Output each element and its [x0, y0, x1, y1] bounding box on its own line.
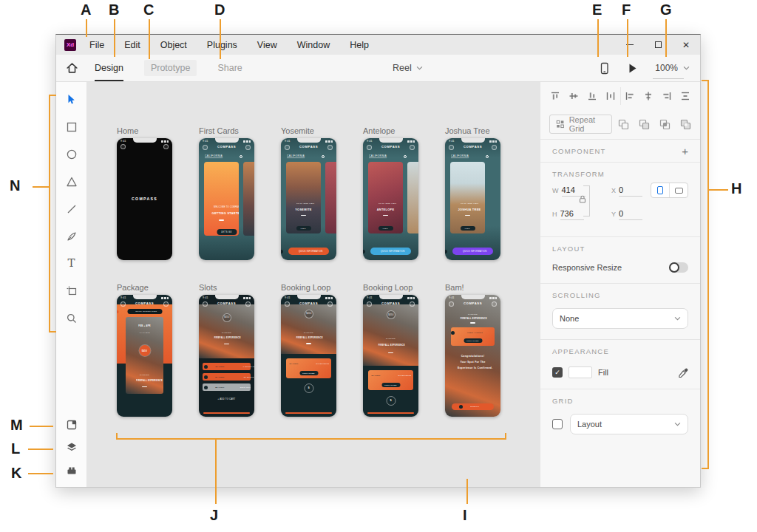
scrolling-dropdown[interactable]: None — [552, 308, 688, 329]
libraries-panel-button[interactable] — [65, 418, 78, 431]
boolean-add-button[interactable] — [618, 119, 629, 130]
artboard-label[interactable]: Package — [117, 283, 173, 292]
artboard-tool[interactable] — [65, 284, 78, 297]
slot-row[interactable]: 13 APRIL6 SPOTS LEFTBOOK NOW — [203, 363, 251, 370]
menu-file[interactable]: File — [89, 40, 104, 50]
artboard-yosemite[interactable]: 9:41COMPASSCALIFORNIAPLAN YOUR VISITYOSE… — [281, 138, 336, 260]
menu-object[interactable]: Object — [160, 40, 187, 50]
quick-info-bar[interactable]: QUICK INFORMATION — [452, 248, 493, 255]
quick-info-bar[interactable]: QUICK INFORMATION — [288, 248, 329, 255]
boolean-subtract-button[interactable] — [639, 119, 650, 130]
align-top-button[interactable] — [546, 87, 565, 105]
menu-help[interactable]: Help — [350, 40, 369, 50]
home-button[interactable] — [66, 62, 78, 74]
booking-card[interactable]: 13 APRILEXPERIENCECONFIRMED — [286, 358, 331, 378]
device-preview-icon[interactable] — [599, 62, 610, 75]
artboard-label[interactable]: Slots — [199, 283, 255, 292]
menu-plugins[interactable]: Plugins — [207, 40, 237, 50]
featured-card[interactable]: WELCOME TO COMPASSGETTING STARTED — [204, 162, 239, 236]
confirmed-button[interactable]: CONFIRMED — [299, 371, 318, 375]
menu-view[interactable]: View — [257, 40, 277, 50]
polygon-tool[interactable] — [65, 175, 78, 188]
artboard-label[interactable]: Bam! — [445, 283, 501, 292]
tab-prototype[interactable]: Prototype — [144, 60, 197, 76]
artboard-label[interactable]: Booking Loop — [363, 283, 419, 292]
artboard-label[interactable]: Joshua Tree — [445, 126, 501, 135]
confirmation-card[interactable]: APRIL | 1 SPOTCONFIRMED — [451, 327, 495, 346]
align-bottom-button[interactable] — [583, 87, 602, 105]
artboard-package[interactable]: 9:41COMPASSQUICK INFORMATIONFEB + APRAVA… — [117, 295, 172, 417]
tab-design[interactable]: Design — [95, 60, 123, 76]
park-card[interactable]: PLAN YOUR VISITJOSHUA TREEVISIT — [450, 162, 485, 233]
confirmed-button[interactable]: CONFIRMED — [464, 338, 482, 343]
y-value[interactable]: 0 — [619, 209, 642, 220]
artboard-booking-loop[interactable]: 9:41$450CAMPINGFIREFALL EXPERIENCECOMPAS… — [281, 295, 336, 417]
booking-card[interactable]: 13 APRILEXPERIENCECONFIRMED — [368, 370, 413, 390]
document-name-dropdown[interactable]: Reel — [393, 55, 423, 81]
pen-tool[interactable] — [65, 230, 78, 242]
align-right-button[interactable] — [657, 87, 676, 105]
quick-info-pill[interactable]: QUICK INFORMATION — [127, 309, 162, 314]
distribute-vertically-button[interactable] — [676, 87, 694, 105]
artboard-booking-loop[interactable]: 9:41$450CAMPINGFIREFALL EXPERIENCECOMPAS… — [363, 295, 418, 417]
visit-button[interactable]: VISIT — [461, 226, 475, 231]
boolean-exclude-button[interactable] — [680, 119, 691, 130]
artboard-label[interactable]: Antelope — [363, 126, 419, 135]
zoom-tool[interactable] — [65, 312, 78, 324]
artboard-antelope[interactable]: 9:41COMPASSCALIFORNIAPLAN YOUR VISITANTE… — [363, 138, 418, 260]
menu-window[interactable]: Window — [297, 40, 330, 50]
grid-type-dropdown[interactable]: Layout — [570, 414, 688, 434]
height-field[interactable]: H 736 — [552, 209, 584, 220]
tab-share[interactable]: Share — [217, 60, 242, 76]
repeat-grid-button[interactable]: Repeat Grid — [549, 115, 612, 134]
artboard-label[interactable]: Booking Loop — [281, 283, 337, 292]
artboard-label[interactable]: First Cards — [199, 126, 255, 135]
plugins-panel-button[interactable] — [65, 464, 78, 477]
layers-panel-button[interactable] — [65, 441, 78, 454]
responsive-resize-toggle[interactable] — [669, 262, 688, 273]
minimize-button[interactable] — [616, 35, 644, 55]
artboard-first-cards[interactable]: 9:41COMPASSCALIFORNIAWELCOME TO COMPASSG… — [199, 138, 254, 260]
quick-info-bar[interactable]: QUICK INFORMATION — [370, 248, 411, 255]
slot-row[interactable]: 24 APRIL20 SPOTS LEFTBOOK NOW — [203, 373, 251, 381]
x-field[interactable]: X 0 — [611, 185, 642, 197]
x-value[interactable]: 0 — [619, 185, 642, 197]
receipt-bar[interactable]: RECEIPT — [452, 403, 494, 410]
park-card[interactable]: PLAN YOUR VISITYOSEMITEVISIT — [286, 162, 321, 233]
canvas-pasteboard[interactable]: Home9:41COMPASSFirst Cards9:41COMPASSCAL… — [87, 82, 540, 487]
ellipse-tool[interactable] — [65, 148, 78, 160]
close-button[interactable]: ✕ — [672, 35, 700, 55]
artboard-label[interactable]: Yosemite — [281, 126, 337, 135]
align-center-horizontal-button[interactable] — [639, 87, 657, 105]
distribute-horizontally-button[interactable] — [602, 87, 620, 105]
slot-row[interactable]: 28 APRILSOLD OUTBOOK NOW — [203, 383, 251, 391]
fill-checkbox[interactable]: ✓ — [552, 367, 563, 378]
confirmed-button[interactable]: CONFIRMED — [381, 383, 400, 387]
align-middle-vertical-button[interactable] — [565, 87, 583, 105]
add-component-button[interactable]: + — [682, 145, 688, 157]
select-tool[interactable] — [65, 93, 78, 106]
visit-button[interactable]: VISIT — [378, 226, 393, 231]
maximize-button[interactable] — [644, 35, 672, 55]
boolean-intersect-button[interactable] — [659, 119, 671, 130]
grid-checkbox[interactable] — [552, 419, 563, 429]
eyedropper-icon[interactable] — [679, 368, 688, 378]
rectangle-tool[interactable] — [65, 120, 78, 133]
portrait-orientation-button[interactable] — [651, 183, 669, 197]
align-left-button[interactable] — [620, 87, 639, 105]
fill-color-swatch[interactable] — [568, 366, 592, 378]
visit-button[interactable]: VISIT — [296, 226, 311, 231]
artboard-joshua-tree[interactable]: 9:41COMPASSCALIFORNIAPLAN YOUR VISITJOSH… — [445, 138, 500, 260]
height-value[interactable]: 736 — [560, 209, 584, 220]
menu-edit[interactable]: Edit — [124, 40, 140, 50]
lock-aspect-button[interactable] — [579, 195, 586, 205]
landscape-orientation-button[interactable] — [669, 183, 688, 197]
artboard-bam-[interactable]: 9:41COMPASSCAMPINGFIREFALL EXPERIENCEAPR… — [445, 295, 500, 417]
artboard-home[interactable]: 9:41COMPASS — [117, 138, 172, 260]
play-icon[interactable] — [628, 63, 637, 74]
artboard-slots[interactable]: 9:41$450CAMPINGFIREFALL EXPERIENCECOMPAS… — [199, 295, 254, 417]
text-tool[interactable]: T — [65, 257, 78, 270]
park-card[interactable]: PLAN YOUR VISITANTELOPEVISIT — [368, 162, 403, 233]
package-card[interactable]: FEB + APRAVAILABLE$450CAMPINGFIREFALL EX… — [126, 317, 163, 394]
y-field[interactable]: Y 0 — [611, 209, 642, 220]
